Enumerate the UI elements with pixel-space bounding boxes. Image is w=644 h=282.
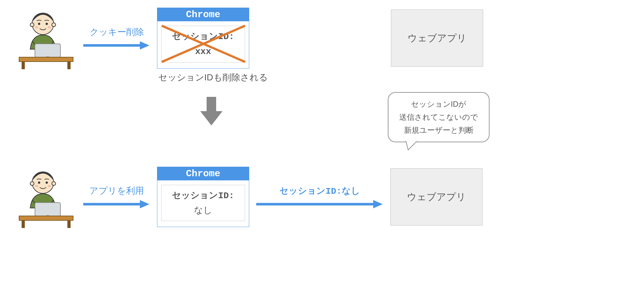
- svg-point-23: [30, 182, 34, 185]
- browser-box: Chrome セッションID: なし: [157, 167, 249, 227]
- webapp-label: ウェブアプリ: [407, 191, 466, 204]
- svg-rect-34: [22, 220, 25, 228]
- svg-point-4: [46, 23, 48, 25]
- speech-bubble: セッションIDが 送信されてこないので 新規ユーザーと判断: [388, 92, 490, 142]
- svg-rect-13: [67, 62, 71, 69]
- arrow-label: セッションID:なし: [279, 185, 360, 197]
- arrow-label: クッキー削除: [90, 26, 144, 38]
- svg-point-5: [35, 26, 38, 28]
- svg-point-25: [38, 182, 40, 184]
- svg-marker-20: [406, 141, 417, 150]
- arrow-use-app: アプリを利用: [80, 185, 153, 209]
- browser-box-crossed: Chrome セッションID: xxx: [157, 8, 249, 69]
- user-with-laptop-icon: [13, 6, 76, 70]
- arrow-session-none: セッションID:なし: [253, 185, 387, 209]
- session-value: なし: [194, 205, 212, 215]
- svg-marker-37: [140, 200, 149, 208]
- svg-point-1: [30, 23, 34, 27]
- webapp-box: ウェブアプリ: [391, 10, 483, 67]
- svg-rect-18: [207, 97, 216, 111]
- svg-rect-9: [35, 44, 60, 57]
- svg-rect-12: [22, 62, 25, 69]
- session-label: セッションID:: [172, 191, 234, 201]
- svg-point-24: [52, 182, 56, 185]
- arrow-right-icon: [83, 199, 150, 209]
- speech-tail-icon: [404, 141, 420, 151]
- arrow-label: アプリを利用: [89, 185, 144, 197]
- svg-rect-31: [35, 203, 60, 216]
- caption-session-deleted: セッションIDも削除される: [153, 71, 273, 84]
- svg-point-2: [52, 23, 56, 27]
- svg-marker-19: [200, 111, 223, 125]
- browser-title: Chrome: [157, 8, 249, 21]
- browser-title: Chrome: [157, 167, 249, 180]
- user-with-laptop-icon: [13, 165, 76, 229]
- svg-point-28: [48, 185, 51, 187]
- svg-point-26: [46, 182, 48, 184]
- arrow-right-icon: [256, 199, 383, 209]
- svg-point-3: [38, 23, 40, 25]
- session-id-box: セッションID: なし: [161, 185, 245, 221]
- svg-point-27: [35, 185, 38, 187]
- svg-rect-33: [19, 216, 73, 220]
- arrow-right-icon: [83, 41, 150, 50]
- cross-out-icon: [159, 23, 248, 64]
- svg-marker-39: [373, 200, 383, 208]
- svg-point-6: [48, 26, 51, 28]
- speech-line-2: 送信されてこないので: [399, 113, 478, 121]
- down-arrow-icon: [197, 95, 226, 128]
- svg-rect-35: [67, 220, 71, 228]
- speech-line-3: 新規ユーザーと判断: [404, 126, 474, 134]
- speech-line-1: セッションIDが: [411, 100, 466, 108]
- webapp-label: ウェブアプリ: [408, 32, 467, 45]
- svg-marker-15: [140, 41, 149, 50]
- webapp-box: ウェブアプリ: [390, 168, 483, 225]
- svg-rect-11: [19, 57, 73, 62]
- arrow-cookie-delete: クッキー削除: [80, 26, 153, 50]
